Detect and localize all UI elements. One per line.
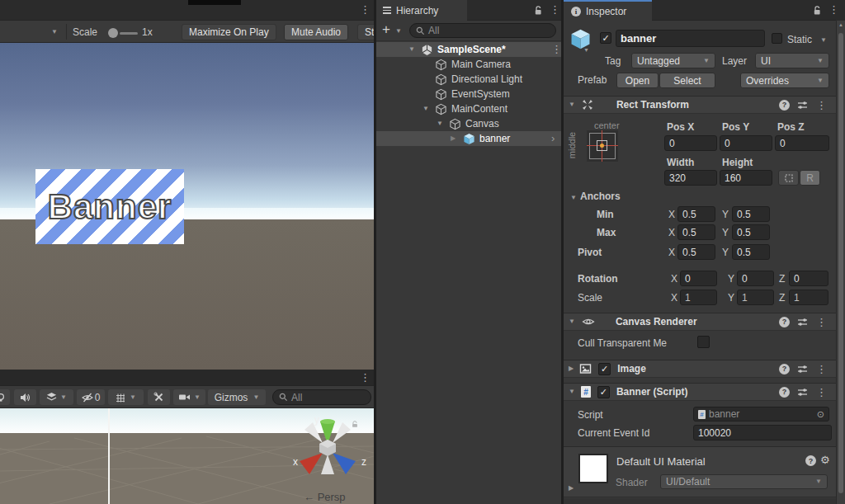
scene-grid-button[interactable]: ▼ bbox=[108, 389, 144, 405]
hierarchy-row-directional-light[interactable]: Directional Light bbox=[376, 72, 561, 87]
scene-menu-kebab-icon[interactable]: ⋮ bbox=[360, 372, 371, 383]
image-component-header[interactable]: ▶ ✓ Image ? ⋮ bbox=[564, 360, 836, 378]
pivot-y-field[interactable]: 0.5 bbox=[732, 244, 770, 260]
foldout-icon[interactable]: ▼ bbox=[408, 46, 415, 53]
static-checkbox[interactable] bbox=[772, 33, 782, 44]
scrollbar-thumb[interactable] bbox=[838, 33, 843, 493]
static-dropdown-arrow-icon[interactable]: ▼ bbox=[820, 37, 827, 44]
banner-script-kebab-icon[interactable]: ⋮ bbox=[816, 387, 827, 398]
tab-inspector[interactable]: i Inspector bbox=[564, 0, 652, 21]
rect-transform-kebab-icon[interactable]: ⋮ bbox=[816, 100, 827, 111]
material-preview-thumbnail[interactable] bbox=[578, 454, 608, 483]
banner-script-enabled-checkbox[interactable]: ✓ bbox=[597, 386, 610, 398]
rect-transform-foldout-icon[interactable]: ▼ bbox=[569, 101, 575, 108]
scale-slider-knob[interactable] bbox=[108, 28, 118, 38]
tab-hierarchy[interactable]: Hierarchy bbox=[376, 0, 467, 21]
canvas-renderer-kebab-icon[interactable]: ⋮ bbox=[816, 317, 827, 327]
hierarchy-kebab-icon[interactable]: ⋮ bbox=[550, 4, 560, 15]
current-event-id-field[interactable]: 100020 bbox=[693, 425, 832, 440]
add-object-button[interactable]: + bbox=[382, 21, 390, 38]
gizmos-dropdown[interactable]: Gizmos ▼ bbox=[208, 389, 266, 405]
gameobject-name-field[interactable]: banner bbox=[616, 30, 765, 47]
height-field[interactable]: 160 bbox=[720, 170, 772, 186]
perspective-toggle[interactable]: ← Persp bbox=[304, 491, 346, 503]
hierarchy-row-banner[interactable]: ▶banner› bbox=[376, 131, 561, 146]
stats-button[interactable]: Sta bbox=[357, 24, 374, 40]
anchors-max-y-field[interactable]: 0.5 bbox=[732, 224, 770, 240]
object-picker-icon[interactable]: ⊙ bbox=[817, 409, 824, 420]
game-viewport[interactable]: Banner bbox=[0, 43, 374, 370]
scene-search-input[interactable]: All bbox=[272, 389, 371, 405]
banner-sprite[interactable]: Banner bbox=[35, 169, 184, 244]
hierarchy-row-eventsystem[interactable]: EventSystem bbox=[376, 87, 561, 101]
inspector-kebab-icon[interactable]: ⋮ bbox=[828, 4, 836, 15]
banner-script-help-icon[interactable]: ? bbox=[779, 387, 790, 398]
prefab-chevron-icon[interactable]: › bbox=[551, 131, 555, 146]
scale-z-field[interactable]: 1 bbox=[789, 290, 828, 305]
anchors-min-x-field[interactable]: 0.5 bbox=[677, 206, 715, 222]
blueprint-mode-button[interactable] bbox=[778, 170, 799, 186]
banner-script-presets-icon[interactable] bbox=[797, 387, 808, 398]
gameobject-icon-dropdown-arrow-icon[interactable]: ▼ bbox=[583, 47, 589, 53]
canvas-renderer-foldout-icon[interactable]: ▼ bbox=[569, 318, 575, 325]
anchor-preset-widget[interactable] bbox=[587, 130, 618, 162]
banner-script-header[interactable]: ▼ # ✓ Banner (Script) ? ⋮ bbox=[564, 383, 836, 401]
inspector-scrollbar[interactable]: ▲ bbox=[836, 21, 845, 504]
scene-camera-button[interactable]: ▼ bbox=[173, 389, 205, 405]
material-gear-icon[interactable]: ⚙ bbox=[820, 454, 830, 466]
scene-hidden-objects-button[interactable]: 0 bbox=[77, 389, 105, 405]
rect-transform-presets-icon[interactable] bbox=[797, 100, 808, 111]
pivot-x-field[interactable]: 0.5 bbox=[677, 244, 715, 260]
inspector-lock-icon[interactable] bbox=[812, 5, 822, 16]
hierarchy-row-samplescene-[interactable]: ▼SampleScene*⋮ bbox=[376, 42, 561, 57]
rotation-z-field[interactable]: 0 bbox=[789, 271, 828, 286]
scene-effects-button[interactable]: ▼ bbox=[40, 389, 73, 405]
canvas-renderer-header[interactable]: ▼ Canvas Renderer ? ⋮ bbox=[564, 313, 836, 331]
scene-viewport[interactable]: y x z ← Persp bbox=[0, 408, 374, 504]
image-foldout-icon[interactable]: ▶ bbox=[569, 365, 574, 372]
image-presets-icon[interactable] bbox=[797, 364, 808, 374]
shader-dropdown[interactable]: UI/Default▼ bbox=[660, 474, 828, 489]
canvas-renderer-presets-icon[interactable] bbox=[797, 317, 808, 327]
hierarchy-search-input[interactable]: All bbox=[409, 23, 556, 38]
hierarchy-row-canvas[interactable]: ▼Canvas bbox=[376, 116, 561, 131]
material-foldout-icon[interactable]: ▶ bbox=[569, 485, 574, 492]
pos-x-field[interactable]: 0 bbox=[664, 135, 717, 151]
prefab-select-button[interactable]: Select bbox=[659, 73, 715, 88]
scene-light-button[interactable] bbox=[0, 389, 10, 405]
prefab-overrides-dropdown[interactable]: Overrides▼ bbox=[740, 73, 829, 88]
foldout-icon[interactable]: ▶ bbox=[451, 135, 456, 142]
display-dropdown-arrow-icon[interactable]: ▼ bbox=[51, 29, 58, 35]
foldout-icon[interactable]: ▼ bbox=[422, 106, 429, 112]
rect-transform-header[interactable]: ▼ Rect Transform ? ⋮ bbox=[564, 96, 836, 114]
canvas-renderer-help-icon[interactable]: ? bbox=[779, 317, 790, 327]
width-field[interactable]: 320 bbox=[664, 170, 717, 186]
anchors-min-y-field[interactable]: 0.5 bbox=[732, 206, 770, 222]
rotation-y-field[interactable]: 0 bbox=[737, 271, 774, 286]
mute-audio-button[interactable]: Mute Audio bbox=[284, 24, 348, 40]
hierarchy-row-main-camera[interactable]: Main Camera bbox=[376, 57, 561, 72]
image-kebab-icon[interactable]: ⋮ bbox=[816, 364, 827, 374]
cull-transparent-mesh-checkbox[interactable] bbox=[697, 336, 710, 348]
maximize-on-play-button[interactable]: Maximize On Play bbox=[182, 24, 276, 40]
tag-dropdown[interactable]: Untagged▼ bbox=[631, 53, 715, 68]
scene-audio-button[interactable] bbox=[14, 389, 36, 405]
scale-x-field[interactable]: 1 bbox=[680, 290, 717, 305]
anchors-foldout-icon[interactable]: ▼ bbox=[570, 195, 577, 201]
layer-dropdown[interactable]: UI▼ bbox=[755, 53, 829, 68]
rect-transform-help-icon[interactable]: ? bbox=[779, 100, 790, 111]
prefab-open-button[interactable]: Open bbox=[616, 73, 659, 88]
scene-orientation-gizmo[interactable] bbox=[285, 410, 372, 492]
scale-y-field[interactable]: 1 bbox=[737, 290, 774, 305]
pos-z-field[interactable]: 0 bbox=[775, 135, 829, 151]
hierarchy-lock-icon[interactable] bbox=[533, 5, 543, 16]
gameobject-active-checkbox[interactable]: ✓ bbox=[600, 32, 611, 44]
image-help-icon[interactable]: ? bbox=[779, 364, 790, 374]
script-object-field[interactable]: # banner ⊙ bbox=[693, 407, 829, 422]
image-enabled-checkbox[interactable]: ✓ bbox=[598, 363, 611, 375]
banner-script-foldout-icon[interactable]: ▼ bbox=[569, 389, 575, 395]
pos-y-field[interactable]: 0 bbox=[720, 135, 772, 151]
anchors-max-x-field[interactable]: 0.5 bbox=[677, 224, 715, 240]
scene-tools-button[interactable] bbox=[148, 389, 170, 405]
foldout-icon[interactable]: ▼ bbox=[437, 120, 443, 127]
